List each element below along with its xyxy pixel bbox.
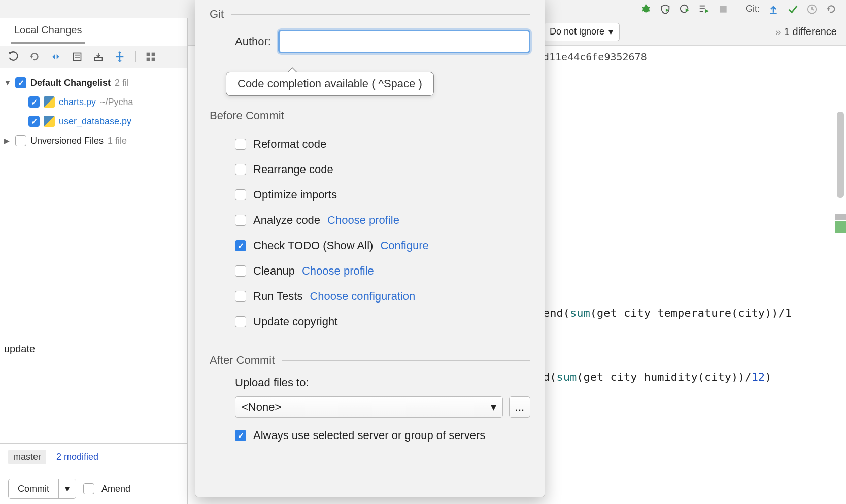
option-link[interactable]: Configure <box>380 239 428 252</box>
left-toolbar <box>0 46 187 68</box>
chevron-right-icon[interactable]: ▶ <box>4 137 11 145</box>
unshelve-icon[interactable] <box>114 51 126 63</box>
changelist-name: Default Changelist <box>30 78 111 88</box>
changelist-icon[interactable] <box>71 51 83 63</box>
separator <box>135 51 136 62</box>
svg-rect-32 <box>152 58 155 61</box>
stop-icon[interactable] <box>718 4 729 15</box>
browse-button[interactable]: ... <box>509 396 530 418</box>
ignore-dropdown-label: Do not ignore <box>550 26 604 37</box>
svg-marker-28 <box>118 60 121 62</box>
run-list-icon[interactable] <box>698 4 709 15</box>
author-label: Author: <box>235 35 271 48</box>
checkbox[interactable] <box>28 96 40 108</box>
group-by-icon[interactable] <box>145 51 157 63</box>
refresh-icon[interactable] <box>7 51 19 63</box>
diff-icon[interactable] <box>50 51 62 63</box>
file-name: user_database.py <box>59 116 131 127</box>
option-row: Update copyright <box>235 309 530 334</box>
rollback-icon[interactable] <box>28 51 41 63</box>
separator <box>737 4 737 15</box>
coverage-icon[interactable] <box>660 4 671 15</box>
checkbox[interactable] <box>15 77 26 88</box>
diff-marker[interactable] <box>835 214 846 220</box>
file-row[interactable]: user_database.py <box>2 112 185 131</box>
svg-marker-19 <box>52 54 55 59</box>
svg-marker-17 <box>9 52 12 55</box>
svg-marker-12 <box>705 9 709 13</box>
checkbox[interactable] <box>235 240 246 251</box>
commit-button-label[interactable]: Commit <box>9 479 58 498</box>
option-label: Check TODO (Show All) <box>253 239 373 252</box>
option-link[interactable]: Choose profile <box>327 214 399 227</box>
chevron-right-icon: » <box>775 27 779 37</box>
shelve-icon[interactable] <box>92 51 105 63</box>
amend-checkbox[interactable] <box>83 483 94 494</box>
svg-marker-20 <box>57 54 59 59</box>
option-row: Cleanup Choose profile <box>235 258 530 284</box>
option-label: Optimize imports <box>253 188 337 201</box>
changes-tree: ▼ Default Changelist 2 fil charts.py ~/P… <box>0 68 187 337</box>
commit-message-area[interactable]: update <box>0 337 187 443</box>
checkbox[interactable] <box>235 265 246 277</box>
option-label: Reformat code <box>253 138 326 151</box>
option-link[interactable]: Choose configuration <box>310 290 415 303</box>
svg-marker-18 <box>30 56 33 59</box>
checkbox[interactable] <box>235 215 246 226</box>
svg-rect-30 <box>152 53 155 56</box>
author-input[interactable] <box>278 30 530 53</box>
option-row: Reformat code <box>235 131 530 157</box>
svg-rect-31 <box>147 58 150 61</box>
option-row: Run Tests Choose configuration <box>235 284 530 309</box>
svg-rect-1 <box>645 4 647 6</box>
unversioned-row[interactable]: ▶ Unversioned Files 1 file <box>2 131 185 150</box>
option-label: Run Tests <box>253 290 302 303</box>
checkbox[interactable] <box>235 189 246 200</box>
svg-rect-29 <box>147 53 150 56</box>
diff-marker[interactable] <box>835 221 846 233</box>
upload-select-value: <None> <box>242 400 281 414</box>
python-file-icon <box>44 96 55 108</box>
checkbox[interactable] <box>235 164 246 175</box>
changelist-row[interactable]: ▼ Default Changelist 2 fil <box>2 73 185 92</box>
checkbox[interactable] <box>28 116 40 127</box>
checkbox[interactable] <box>15 135 26 146</box>
always-use-checkbox[interactable] <box>235 430 246 441</box>
file-row[interactable]: charts.py ~/Pycha <box>2 92 185 112</box>
upload-label: Upload files to: <box>210 376 530 389</box>
author-row: Author: <box>210 30 530 53</box>
after-commit-header: After Commit <box>210 354 530 367</box>
changelist-count: 2 fil <box>115 78 129 88</box>
checkbox[interactable] <box>235 316 246 327</box>
revert-icon[interactable] <box>826 4 837 15</box>
option-label: Cleanup <box>253 264 295 278</box>
before-commit-header: Before Commit <box>210 109 530 122</box>
upload-server-select[interactable]: <None> ▾ <box>235 396 503 418</box>
checkbox[interactable] <box>235 291 246 302</box>
python-file-icon <box>44 116 55 127</box>
bug-icon[interactable] <box>640 4 652 15</box>
ignore-whitespace-dropdown[interactable]: Do not ignore ▾ <box>543 23 620 41</box>
unversioned-label: Unversioned Files <box>30 136 104 146</box>
svg-rect-24 <box>95 58 103 61</box>
commit-dropdown[interactable]: ▾ <box>58 479 76 498</box>
option-label: Rearrange code <box>253 163 333 176</box>
always-use-label: Always use selected server or group of s… <box>253 429 485 442</box>
branch-badge[interactable]: master <box>8 450 46 464</box>
option-row: Check TODO (Show All) Configure <box>235 233 530 258</box>
local-changes-panel: Local Changes ▼ Default Changelist 2 fil… <box>0 18 188 504</box>
update-icon[interactable] <box>768 4 779 15</box>
file-path: ~/Pycha <box>100 97 133 108</box>
tab-local-changes[interactable]: Local Changes <box>11 20 85 44</box>
chevron-down-icon[interactable]: ▼ <box>4 79 11 87</box>
history-icon[interactable] <box>806 4 818 15</box>
checkbox[interactable] <box>235 139 246 150</box>
profile-icon[interactable] <box>679 4 690 15</box>
commit-check-icon[interactable] <box>787 4 798 15</box>
svg-rect-13 <box>720 6 726 12</box>
option-label: Update copyright <box>253 315 337 328</box>
modified-count[interactable]: 2 modified <box>56 452 98 462</box>
scrollbar-thumb[interactable] <box>837 112 844 198</box>
commit-button[interactable]: Commit ▾ <box>8 479 76 499</box>
option-link[interactable]: Choose profile <box>302 264 374 278</box>
